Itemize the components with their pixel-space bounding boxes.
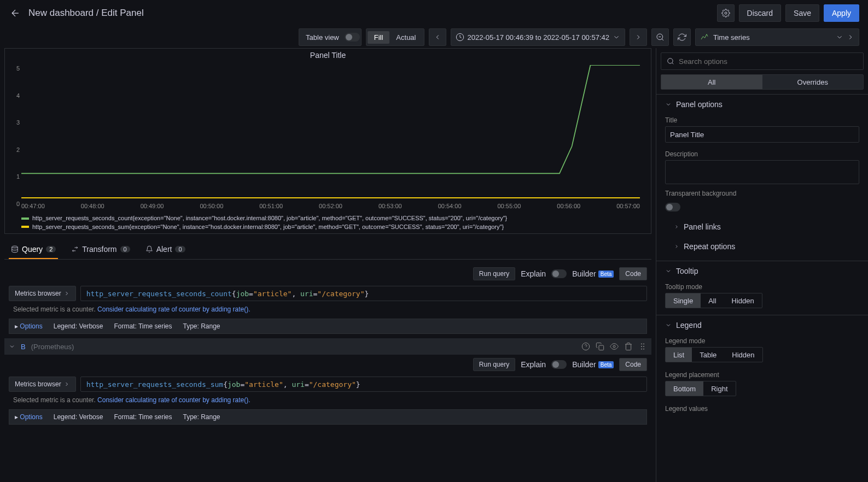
svg-point-13 [668, 58, 673, 63]
section-repeat-options[interactable]: Repeat options [656, 237, 868, 256]
chevron-down-icon[interactable] [9, 343, 15, 350]
explain-label-b: Explain [521, 360, 546, 369]
query-input-a[interactable]: http_server_requests_seconds_count{job="… [80, 286, 647, 301]
save-button[interactable]: Save [785, 4, 819, 22]
drag-icon[interactable] [638, 342, 647, 351]
legend-swatch [21, 218, 29, 220]
explain-label-a: Explain [521, 269, 546, 278]
time-prev-button[interactable] [429, 28, 446, 46]
rate-link-a[interactable]: Consider calculating rate of counter by … [97, 305, 251, 313]
visualization-picker[interactable]: Time series [695, 28, 859, 46]
x-tick: 00:52:00 [319, 203, 342, 209]
builder-label-b[interactable]: Builder [572, 360, 596, 369]
format-opt-b: Format: Time series [114, 413, 172, 421]
tab-all[interactable]: All [661, 75, 762, 89]
field-label-legend-values: Legend values [656, 403, 868, 415]
counter-msg-a: Selected metric is a counter. [13, 305, 96, 313]
svg-point-0 [725, 12, 727, 14]
panel-title: Panel Title [5, 49, 651, 62]
x-tick: 00:49:00 [141, 203, 164, 209]
options-row-b[interactable]: ▸ Options Legend: Verbose Format: Time s… [9, 409, 647, 425]
beta-badge-a: Beta [598, 271, 614, 278]
tab-transform[interactable]: Transform 0 [69, 240, 132, 259]
apply-button[interactable]: Apply [824, 4, 859, 22]
section-tooltip[interactable]: Tooltip [656, 261, 868, 281]
code-mode-button-a[interactable]: Code [619, 267, 647, 280]
panel-description-input[interactable] [665, 160, 859, 184]
metrics-browser-button-a[interactable]: Metrics browser [9, 286, 76, 301]
y-tick: 0 [11, 201, 20, 207]
type-opt-b: Type: Range [183, 413, 220, 421]
y-tick: 5 [11, 65, 20, 72]
discard-button[interactable]: Discard [739, 4, 781, 22]
svg-point-12 [643, 349, 644, 349]
legend-item[interactable]: http_server_requests_seconds_count{excep… [32, 214, 507, 222]
svg-point-8 [641, 346, 642, 346]
tab-alert-label: Alert [156, 245, 172, 254]
tab-alert[interactable]: Alert 0 [143, 240, 188, 259]
legend-list[interactable]: List [666, 348, 692, 362]
x-tick: 00:57:00 [616, 203, 640, 209]
time-range-picker[interactable]: 2022-05-17 00:46:39 to 2022-05-17 00:57:… [451, 28, 626, 46]
x-tick: 00:55:00 [498, 203, 521, 209]
legend-opt-a: Legend: Verbose [54, 322, 103, 330]
run-query-button-a[interactable]: Run query [473, 267, 515, 280]
search-icon [667, 57, 674, 65]
actual-mode-button[interactable]: Actual [389, 31, 422, 44]
query-b-source: (Prometheus) [31, 343, 74, 351]
tab-query[interactable]: Query 2 [9, 240, 58, 259]
fill-mode-button[interactable]: Fill [368, 31, 390, 44]
legend-swatch [21, 226, 29, 228]
transparent-toggle[interactable] [665, 203, 680, 211]
format-opt-a: Format: Time series [114, 322, 172, 330]
query-input-b[interactable]: http_server_requests_seconds_sum{job="ar… [80, 377, 647, 392]
legend-item[interactable]: http_server_requests_seconds_sum{excepti… [32, 223, 504, 231]
legend-table[interactable]: Table [692, 348, 724, 362]
explain-toggle-b[interactable] [551, 360, 567, 369]
refresh-button[interactable] [673, 28, 691, 46]
search-options-input[interactable] [679, 57, 858, 66]
legend-bottom[interactable]: Bottom [666, 381, 703, 396]
tooltip-hidden[interactable]: Hidden [724, 293, 762, 308]
tooltip-single[interactable]: Single [666, 293, 701, 308]
panel-title-input[interactable] [665, 126, 859, 143]
legend-hidden[interactable]: Hidden [724, 348, 762, 362]
field-label-tooltip-mode: Tooltip mode [656, 281, 868, 293]
eye-icon[interactable] [610, 342, 619, 351]
run-query-button-b[interactable]: Run query [473, 358, 515, 371]
tab-transform-label: Transform [82, 245, 116, 254]
section-panel-links[interactable]: Panel links [656, 217, 868, 237]
field-label-description: Description [656, 148, 868, 160]
tab-overrides[interactable]: Overrides [762, 75, 864, 89]
section-legend[interactable]: Legend [656, 315, 868, 335]
svg-point-7 [641, 344, 642, 344]
transparent-label: Transparent background [665, 190, 736, 197]
settings-button[interactable] [717, 4, 735, 22]
copy-icon[interactable] [596, 342, 604, 351]
svg-point-11 [643, 346, 644, 346]
x-tick: 00:47:00 [21, 203, 45, 209]
svg-point-4 [582, 343, 589, 350]
legend-right[interactable]: Right [703, 381, 735, 396]
tooltip-all[interactable]: All [701, 293, 724, 308]
zoom-out-button[interactable] [651, 28, 669, 46]
section-panel-options[interactable]: Panel options [656, 95, 868, 114]
back-button[interactable] [9, 7, 22, 20]
tab-transform-badge: 0 [120, 246, 130, 252]
field-label-title: Title [656, 114, 868, 126]
code-mode-button-b[interactable]: Code [619, 358, 647, 371]
metrics-browser-button-b[interactable]: Metrics browser [9, 377, 76, 392]
panel-preview: Panel Title 5 4 3 2 1 0 00:47:00 00:48:0… [4, 48, 651, 234]
builder-label-a[interactable]: Builder [572, 269, 596, 278]
time-next-button[interactable] [630, 28, 647, 46]
explain-toggle-a[interactable] [551, 269, 567, 278]
trash-icon[interactable] [624, 342, 633, 351]
help-icon[interactable] [581, 342, 590, 351]
x-tick: 00:50:00 [200, 203, 223, 209]
query-b-label[interactable]: B [21, 343, 26, 351]
rate-link-b[interactable]: Consider calculating rate of counter by … [97, 396, 251, 404]
options-row-a[interactable]: ▸ Options Legend: Verbose Format: Time s… [9, 319, 647, 334]
table-view-toggle[interactable] [345, 33, 360, 42]
y-tick: 4 [11, 92, 20, 99]
svg-point-9 [641, 349, 642, 349]
